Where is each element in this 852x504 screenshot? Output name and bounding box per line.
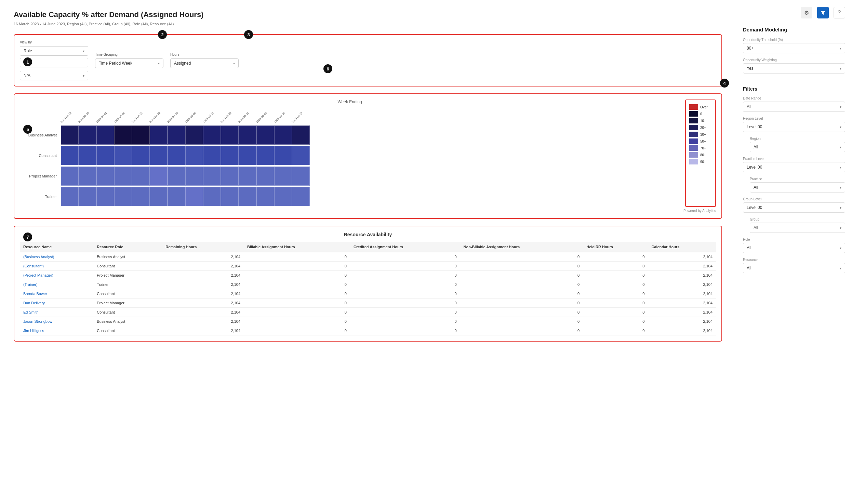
region-level-select[interactable]: Level 00 ▾ bbox=[743, 122, 845, 132]
heatmap-cell[interactable] bbox=[239, 187, 256, 206]
hours-select[interactable]: Assigned ▾ bbox=[170, 58, 239, 68]
col-resource-role[interactable]: Resource Role bbox=[93, 242, 162, 252]
heatmap-cell[interactable] bbox=[114, 187, 132, 206]
heatmap-cell[interactable] bbox=[150, 125, 168, 145]
legend-item-80: 80+ bbox=[689, 152, 712, 158]
resource-name-cell[interactable]: (Consultant) bbox=[20, 262, 93, 271]
heatmap-cell[interactable] bbox=[96, 125, 114, 145]
resource-name-cell[interactable]: Brenda Bower bbox=[20, 289, 93, 299]
heatmap-cell[interactable] bbox=[132, 146, 150, 165]
heatmap-cell[interactable] bbox=[221, 167, 239, 186]
resource-select[interactable]: All ▾ bbox=[743, 263, 845, 273]
heatmap-cell[interactable] bbox=[185, 167, 203, 186]
remaining-cell: 2,104 bbox=[162, 317, 244, 326]
heatmap-cell[interactable] bbox=[61, 146, 79, 165]
heatmap-cell[interactable] bbox=[132, 167, 150, 186]
legend-color-90 bbox=[689, 159, 698, 164]
heatmap-cell[interactable] bbox=[221, 125, 239, 145]
heatmap-cell[interactable] bbox=[292, 187, 310, 206]
heatmap-cell[interactable] bbox=[292, 167, 310, 186]
heatmap-cell[interactable] bbox=[221, 146, 239, 165]
col-calendar[interactable]: Calendar Hours bbox=[648, 242, 716, 252]
col-billable[interactable]: Billable Assignment Hours bbox=[244, 242, 350, 252]
heatmap-cell[interactable] bbox=[79, 125, 96, 145]
gear-button[interactable]: ⚙ bbox=[801, 7, 812, 18]
heatmap-cell[interactable] bbox=[168, 187, 185, 206]
resource-name-cell[interactable]: Dan Delivery bbox=[20, 299, 93, 308]
heatmap-cell[interactable] bbox=[274, 125, 292, 145]
calendar-cell: 2,104 bbox=[648, 252, 716, 262]
heatmap-cells-pm bbox=[61, 167, 310, 186]
heatmap-cell[interactable] bbox=[114, 167, 132, 186]
heatmap-cell[interactable] bbox=[256, 167, 274, 186]
date-range-select[interactable]: All ▾ bbox=[743, 102, 845, 112]
heatmap-cell[interactable] bbox=[61, 187, 79, 206]
heatmap-cell[interactable] bbox=[203, 187, 221, 206]
heatmap-cell[interactable] bbox=[79, 167, 96, 186]
heatmap-cell[interactable] bbox=[185, 125, 203, 145]
heatmap-cell[interactable] bbox=[150, 146, 168, 165]
heatmap-cell[interactable] bbox=[239, 167, 256, 186]
heatmap-cell[interactable] bbox=[274, 187, 292, 206]
heatmap-cell[interactable] bbox=[168, 167, 185, 186]
heatmap-cell[interactable] bbox=[150, 187, 168, 206]
heatmap-cell[interactable] bbox=[61, 125, 79, 145]
col-resource-name[interactable]: Resource Name bbox=[20, 242, 93, 252]
help-button[interactable]: ? bbox=[834, 7, 845, 18]
view-by-chevron-icon: ▾ bbox=[83, 49, 84, 53]
heatmap-cell[interactable] bbox=[256, 146, 274, 165]
resource-name-cell[interactable]: (Trainer) bbox=[20, 280, 93, 289]
heatmap-cell[interactable] bbox=[96, 146, 114, 165]
heatmap-cell[interactable] bbox=[150, 167, 168, 186]
heatmap-cell[interactable] bbox=[79, 146, 96, 165]
heatmap-cell[interactable] bbox=[274, 167, 292, 186]
heatmap-cell[interactable] bbox=[203, 125, 221, 145]
practice-select[interactable]: All ▾ bbox=[750, 182, 845, 193]
time-grouping-select[interactable]: Time Period Week ▾ bbox=[95, 58, 163, 68]
legend-color-0 bbox=[689, 111, 698, 117]
resource-name-cell[interactable]: (Business Analyst) bbox=[20, 252, 93, 262]
filter-button[interactable] bbox=[817, 7, 829, 18]
heatmap-cell[interactable] bbox=[132, 125, 150, 145]
heatmap-cell[interactable] bbox=[114, 146, 132, 165]
group-level-select[interactable]: Level 00 ▾ bbox=[743, 202, 845, 213]
col-non-billable[interactable]: Non-Billable Assignment Hours bbox=[460, 242, 583, 252]
practice-level-select[interactable]: Level 00 ▾ bbox=[743, 162, 845, 172]
heatmap-cell[interactable] bbox=[203, 146, 221, 165]
demand-modeling-title: Demand Modeling bbox=[743, 27, 845, 32]
resource-name-cell[interactable]: Jason Strongbow bbox=[20, 317, 93, 326]
role-select[interactable]: All ▾ bbox=[743, 243, 845, 253]
heatmap-cell[interactable] bbox=[256, 125, 274, 145]
opportunity-threshold-select[interactable]: 80+ ▾ bbox=[743, 43, 845, 53]
heatmap-cell[interactable] bbox=[221, 187, 239, 206]
group-select[interactable]: All ▾ bbox=[750, 223, 845, 233]
col-remaining-hours[interactable]: Remaining Hours ↓ bbox=[162, 242, 244, 252]
heatmap-cell[interactable] bbox=[114, 125, 132, 145]
heatmap-cell[interactable] bbox=[168, 146, 185, 165]
view-by-select[interactable]: Role ▾ bbox=[20, 46, 88, 56]
opportunity-weighting-select[interactable]: Yes ▾ bbox=[743, 63, 845, 74]
heatmap-cell[interactable] bbox=[96, 167, 114, 186]
heatmap-cell[interactable] bbox=[96, 187, 114, 206]
heatmap-cell[interactable] bbox=[256, 187, 274, 206]
heatmap-cell[interactable] bbox=[274, 146, 292, 165]
heatmap-cell[interactable] bbox=[239, 125, 256, 145]
heatmap-cell[interactable] bbox=[185, 146, 203, 165]
na-select[interactable]: N/A ▾ bbox=[20, 71, 88, 80]
heatmap-cell[interactable] bbox=[61, 167, 79, 186]
heatmap-cell[interactable] bbox=[79, 187, 96, 206]
region-select[interactable]: All ▾ bbox=[750, 142, 845, 152]
heatmap-cell[interactable] bbox=[132, 187, 150, 206]
col-credited[interactable]: Credited Assignment Hours bbox=[350, 242, 460, 252]
heatmap-cell[interactable] bbox=[292, 125, 310, 145]
col-held-rr[interactable]: Held RR Hours bbox=[583, 242, 648, 252]
resource-name-cell[interactable]: (Project Manager) bbox=[20, 271, 93, 280]
resource-name-cell[interactable]: Ed Smith bbox=[20, 308, 93, 317]
heatmap-cell[interactable] bbox=[239, 146, 256, 165]
resource-name-cell[interactable]: Jim Hilligoss bbox=[20, 326, 93, 335]
heatmap-cell[interactable] bbox=[185, 187, 203, 206]
table-row: (Business Analyst) Business Analyst 2,10… bbox=[20, 252, 716, 262]
heatmap-cell[interactable] bbox=[203, 167, 221, 186]
heatmap-cell[interactable] bbox=[168, 125, 185, 145]
heatmap-cell[interactable] bbox=[292, 146, 310, 165]
